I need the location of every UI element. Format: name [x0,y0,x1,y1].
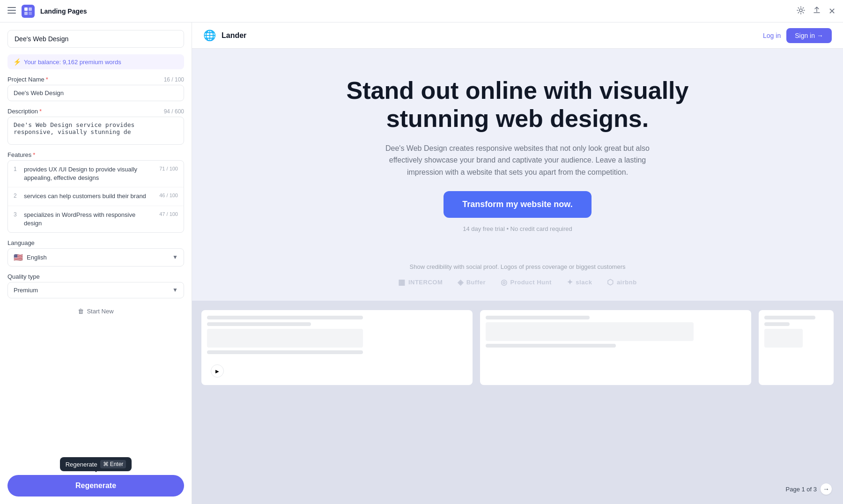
hero-subtitle: Dee's Web Design creates responsive webs… [377,142,658,178]
project-name-input[interactable] [7,85,184,101]
project-name-label: Project Name [7,76,44,83]
preview-brand-name: Lander [222,31,757,40]
preview-bottom: ▶ Page 1 of 3 → [192,301,843,504]
quality-value: Premium [14,287,38,294]
description-input[interactable] [7,117,184,145]
svg-rect-2 [7,13,16,14]
feature-counter: 46 / 100 [157,192,178,198]
svg-rect-0 [7,7,16,8]
hero-cta-button[interactable]: Transform my website now. [444,191,591,218]
app-logo [22,5,35,18]
card-bar-tall [207,329,363,348]
logo-item: ✦slack [567,278,592,287]
language-value: English [27,254,47,261]
language-chevron-icon: ▼ [172,254,178,260]
project-name-counter: 16 / 100 [164,76,184,83]
close-icon[interactable]: ✕ [828,6,836,16]
next-page-button[interactable]: → [821,483,832,495]
logo-item: ◈Buffer [458,278,486,287]
start-new-label: Start New [87,308,113,315]
language-flag: 🇺🇸 [14,253,23,262]
logo-icon: ⬡ [607,278,614,287]
language-field: Language 🇺🇸 English ▼ [7,239,184,267]
hero-title: Stand out online with visually stunning … [307,77,728,133]
tooltip-label: Regenerate [66,461,97,468]
play-button[interactable]: ▶ [211,364,224,378]
social-proof-section: Show credibility with social proof. Logo… [192,256,843,301]
card-bar-2 [207,350,363,354]
logo-item: ▦INTERCOM [398,278,443,287]
card2-bar-2 [486,344,616,348]
feature-text: services can help customers build their … [24,192,152,200]
svg-point-7 [799,9,802,12]
preview-signup-button[interactable]: Sign in → [786,28,832,43]
logo-name: slack [576,279,592,286]
page-label: Page 1 of 3 [786,486,817,493]
enter-label: Enter [110,461,124,467]
settings-icon[interactable] [797,6,805,16]
svg-rect-4 [29,7,32,11]
svg-rect-3 [24,7,28,11]
feature-item: 2 services can help customers build thei… [8,187,184,206]
menu-icon[interactable] [7,6,16,16]
features-list: 1 provides UX /UI Design to provide visu… [7,160,184,233]
logos-row: ▦INTERCOM◈Buffer◎Product Hunt✦slack⬡airb… [211,278,824,287]
start-new-button[interactable]: 🗑 Start New [7,305,184,318]
share-icon[interactable] [813,6,821,16]
language-select[interactable]: 🇺🇸 English ▼ [7,248,184,267]
description-label: Description [7,108,38,115]
regenerate-button[interactable]: Regenerate [7,475,184,497]
card2-bar-tall [486,322,694,341]
project-name-display: Dee's Web Design [7,30,184,48]
logo-name: Product Hunt [510,279,552,286]
signup-label: Sign in [795,32,815,39]
titlebar: Landing Pages ✕ [0,0,843,22]
app-title: Landing Pages [40,7,87,15]
logo-icon: ◈ [458,278,464,287]
page-indicator: Page 1 of 3 → [786,483,832,495]
card3-bar-1 [764,316,815,319]
card3-bar-tall [764,329,803,348]
feature-text: specializes in WordPress with responsive… [24,211,152,228]
card-bar [207,316,363,319]
preview-area: 🌐 Lander Log in Sign in → Stand out onli… [192,22,843,504]
quality-label: Quality type [7,273,40,280]
description-required: * [39,108,42,115]
quality-chevron-icon: ▼ [172,287,178,293]
preview-card-3 [759,310,834,385]
quality-select[interactable]: Premium ▼ [7,282,184,298]
preview-card-2 [480,310,751,385]
preview-login-button[interactable]: Log in [763,32,781,39]
features-field: Features * 1 provides UX /UI Design to p… [7,151,184,233]
logo-name: Buffer [466,279,486,286]
sidebar: Dee's Web Design ⚡ Your balance: 9,162 p… [0,22,192,504]
balance-banner: ⚡ Your balance: 9,162 premium words [7,54,184,69]
card3-bar-2 [764,322,790,326]
logo-name: INTERCOM [408,279,443,286]
preview-globe-icon: 🌐 [203,30,216,42]
logo-icon: ▦ [398,278,406,287]
tooltip-shortcut: ⌘ Enter [100,460,126,468]
feature-text: provides UX /UI Design to provide visual… [24,165,152,182]
logo-item: ◎Product Hunt [501,278,552,287]
card2-bar-1 [486,316,590,319]
logo-item: ⬡airbnb [607,278,636,287]
balance-text: Your balance: 9,162 premium words [24,59,121,66]
social-proof-label: Show credibility with social proof. Logo… [211,263,824,270]
hero-fine-print: 14 day free trial • No credit card requi… [211,225,824,232]
feature-num: 3 [14,211,19,218]
feature-num: 2 [14,192,19,199]
logo-icon: ✦ [567,278,573,287]
description-field: Description * 94 / 600 [7,108,184,145]
tooltip-arrow [93,469,99,472]
feature-item: 1 provides UX /UI Design to provide visu… [8,161,184,187]
feature-counter: 47 / 100 [157,211,178,217]
lightning-icon: ⚡ [13,58,21,66]
feature-item: 3 specializes in WordPress with responsi… [8,206,184,232]
signup-arrow: → [817,32,823,39]
features-required: * [33,151,35,158]
svg-rect-5 [24,12,28,15]
regenerate-section: Regenerate ⌘ Enter Regenerate [7,453,184,497]
cmd-icon: ⌘ [103,461,109,467]
quality-field: Quality type Premium ▼ [7,273,184,298]
